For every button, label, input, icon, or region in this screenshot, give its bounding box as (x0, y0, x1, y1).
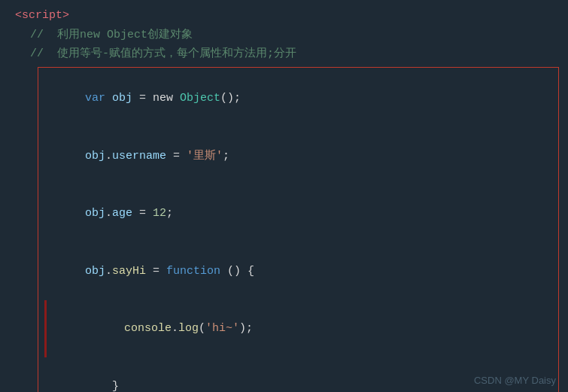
code-box-1: var obj = new Object(); obj.username = '… (38, 67, 559, 393)
line-comment1: // 利用new Object创建对象 (15, 26, 568, 45)
script-tag: <script> (15, 6, 69, 26)
line-script-tag: <script> (15, 6, 568, 26)
box1-line5: console.log('hi~'); (44, 300, 552, 358)
code-editor: <script> // 利用new Object创建对象 // 使用等号-赋值的… (0, 0, 568, 392)
box1-line4: obj.sayHi = function () { (44, 242, 552, 300)
comment1: // 利用new Object创建对象 (30, 26, 193, 45)
watermark: CSDN @MY Daisy (474, 375, 556, 386)
box1-line2: obj.username = '里斯'; (44, 127, 552, 185)
box1-line3: obj.age = 12; (44, 185, 552, 243)
comment2: // 使用等号-赋值的方式，每个属性和方法用;分开 (30, 44, 296, 64)
box1-line1: var obj = new Object(); (44, 70, 552, 128)
line-comment2: // 使用等号-赋值的方式，每个属性和方法用;分开 (15, 44, 568, 64)
